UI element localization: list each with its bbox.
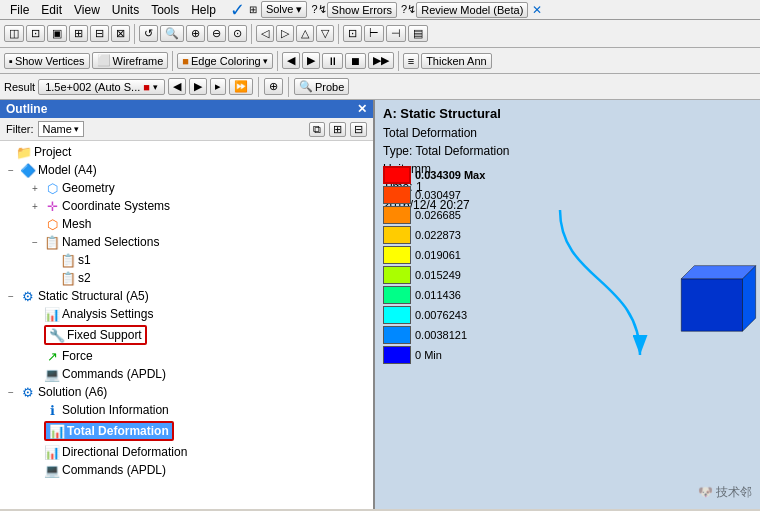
menu-view[interactable]: View xyxy=(68,3,106,17)
named-label: Named Selections xyxy=(62,235,159,249)
expand-geo[interactable]: + xyxy=(32,183,44,194)
s2-icon: 📋 xyxy=(60,270,76,286)
s2-label: s2 xyxy=(78,271,91,285)
filter-icon-2[interactable]: ⊞ xyxy=(329,122,346,137)
tree-item-s1[interactable]: 📋 s1 xyxy=(0,251,373,269)
outline-header: Outline ✕ xyxy=(0,100,373,118)
icon-btn-19[interactable]: ▤ xyxy=(408,25,428,42)
tree-item-model[interactable]: − 🔷 Model (A4) xyxy=(0,161,373,179)
icon-btn-2[interactable]: ⊡ xyxy=(26,25,45,42)
filter-dropdown[interactable]: Name ▾ xyxy=(38,121,84,137)
tree-item-dirdef[interactable]: 📊 Directional Deformation xyxy=(0,443,373,461)
icon-btn-k[interactable]: ⊕ xyxy=(264,78,283,95)
icon-btn-c[interactable]: ⏸ xyxy=(322,53,343,69)
tree-item-force[interactable]: ↗ Force xyxy=(0,347,373,365)
icon-btn-g[interactable]: ◀ xyxy=(168,78,186,95)
tree-item-analysis[interactable]: 📊 Analysis Settings xyxy=(0,305,373,323)
tree-item-geometry[interactable]: + ⬡ Geometry xyxy=(0,179,373,197)
icon-btn-15[interactable]: ▽ xyxy=(316,25,334,42)
menu-help[interactable]: Help xyxy=(185,3,222,17)
solve-icon: ✓ xyxy=(230,0,245,21)
wireframe-button[interactable]: ⬜ Wireframe xyxy=(92,52,169,69)
fixed-support-highlight: 🔧 Fixed Support xyxy=(44,325,147,345)
solve-button[interactable]: Solve ▾ xyxy=(261,1,308,18)
expand-solution[interactable]: − xyxy=(8,387,20,398)
tree-item-named[interactable]: − 📋 Named Selections xyxy=(0,233,373,251)
filter-icon-1[interactable]: ⧉ xyxy=(309,122,325,137)
menu-units[interactable]: Units xyxy=(106,3,145,17)
icon-btn-16[interactable]: ⊡ xyxy=(343,25,362,42)
icon-btn-13[interactable]: ▷ xyxy=(276,25,294,42)
menu-file[interactable]: File xyxy=(4,3,35,17)
sep2 xyxy=(251,24,252,44)
icon-btn-12[interactable]: ◁ xyxy=(256,25,274,42)
tree-item-s2[interactable]: 📋 s2 xyxy=(0,269,373,287)
icon-btn-d[interactable]: ⏹ xyxy=(345,53,366,69)
tree-item-mesh[interactable]: ⬡ Mesh xyxy=(0,215,373,233)
scale-label-5: 0.015249 xyxy=(415,269,461,281)
filter-label: Filter: xyxy=(6,123,34,135)
scale-label-0: 0.034309 Max xyxy=(415,169,485,181)
tree-item-project[interactable]: 📁 Project xyxy=(0,143,373,161)
icon-btn-18[interactable]: ⊣ xyxy=(386,25,406,42)
icon-btn-e[interactable]: ▶▶ xyxy=(368,52,394,69)
thicken-ann-button[interactable]: Thicken Ann xyxy=(421,53,492,69)
icon-btn-j[interactable]: ⏩ xyxy=(229,78,253,95)
result-dropdown[interactable]: 1.5e+002 (Auto S... ■ ▾ xyxy=(38,79,165,95)
menu-edit[interactable]: Edit xyxy=(35,3,68,17)
review-model-button[interactable]: Review Model (Beta) xyxy=(416,2,528,18)
scale-label-3: 0.022873 xyxy=(415,229,461,241)
icon-btn-14[interactable]: △ xyxy=(296,25,314,42)
force-label: Force xyxy=(62,349,93,363)
edge-coloring-button[interactable]: ■ Edge Coloring ▾ xyxy=(177,53,272,69)
probe-button[interactable]: 🔍 Probe xyxy=(294,78,349,95)
icon-btn-4[interactable]: ⊞ xyxy=(69,25,88,42)
icon-btn-17[interactable]: ⊢ xyxy=(364,25,384,42)
result-value: 1.5e+002 (Auto S... xyxy=(45,81,140,93)
icon-btn-5[interactable]: ⊟ xyxy=(90,25,109,42)
menubar: File Edit View Units Tools Help ✓ ⊞ Solv… xyxy=(0,0,760,20)
menu-tools[interactable]: Tools xyxy=(145,3,185,17)
mesh-label: Mesh xyxy=(62,217,91,231)
outline-close-icon[interactable]: ✕ xyxy=(357,102,367,116)
scale-entry-4: 0.019061 xyxy=(383,245,485,265)
icon-btn-9[interactable]: ⊕ xyxy=(186,25,205,42)
icon-btn-b[interactable]: ▶ xyxy=(302,52,320,69)
icon-btn-8[interactable]: 🔍 xyxy=(160,25,184,42)
icon-btn-11[interactable]: ⊙ xyxy=(228,25,247,42)
total-deformation-highlight: 📊 Total Deformation xyxy=(44,421,174,441)
icon-btn-i[interactable]: ▸ xyxy=(210,78,226,95)
icon-btn-10[interactable]: ⊖ xyxy=(207,25,226,42)
edge-coloring-label: Edge Coloring xyxy=(191,55,261,67)
icon-btn-7[interactable]: ↺ xyxy=(139,25,158,42)
filter-icon-3[interactable]: ⊟ xyxy=(350,122,367,137)
expand-model[interactable]: − xyxy=(8,165,20,176)
tree-item-coord[interactable]: + ✛ Coordinate Systems xyxy=(0,197,373,215)
expand-coord[interactable]: + xyxy=(32,201,44,212)
tree-item-static[interactable]: − ⚙ Static Structural (A5) xyxy=(0,287,373,305)
scale-entry-0: 0.034309 Max xyxy=(383,165,485,185)
tree-item-solution[interactable]: − ⚙ Solution (A6) xyxy=(0,383,373,401)
tree-item-commands[interactable]: 💻 Commands (APDL) xyxy=(0,365,373,383)
expand-static[interactable]: − xyxy=(8,291,20,302)
sep7 xyxy=(258,77,259,97)
tree-item-commands2[interactable]: 💻 Commands (APDL) xyxy=(0,461,373,479)
toolbar-row3: Result 1.5e+002 (Auto S... ■ ▾ ◀ ▶ ▸ ⏩ ⊕… xyxy=(0,74,760,100)
show-vertices-button[interactable]: ▪ Show Vertices xyxy=(4,53,90,69)
tree-item-fixed[interactable]: 🔧 Fixed Support xyxy=(0,323,373,347)
tree-item-solinfo[interactable]: ℹ Solution Information xyxy=(0,401,373,419)
icon-btn-6[interactable]: ⊠ xyxy=(111,25,130,42)
icon-btn-1[interactable]: ◫ xyxy=(4,25,24,42)
icon-btn-h[interactable]: ▶ xyxy=(189,78,207,95)
scale-label-7: 0.0076243 xyxy=(415,309,467,321)
commands-icon: 💻 xyxy=(44,366,60,382)
scale-label-9: 0 Min xyxy=(415,349,442,361)
tree-item-totaldef[interactable]: 📊 Total Deformation xyxy=(0,419,373,443)
expand-named[interactable]: − xyxy=(32,237,44,248)
coord-label: Coordinate Systems xyxy=(62,199,170,213)
show-errors-button[interactable]: Show Errors xyxy=(327,2,398,18)
icon-btn-a[interactable]: ◀ xyxy=(282,52,300,69)
icon-btn-3[interactable]: ▣ xyxy=(47,25,67,42)
icon-btn-f[interactable]: ≡ xyxy=(403,53,419,69)
edge-coloring-arrow: ▾ xyxy=(263,56,268,66)
